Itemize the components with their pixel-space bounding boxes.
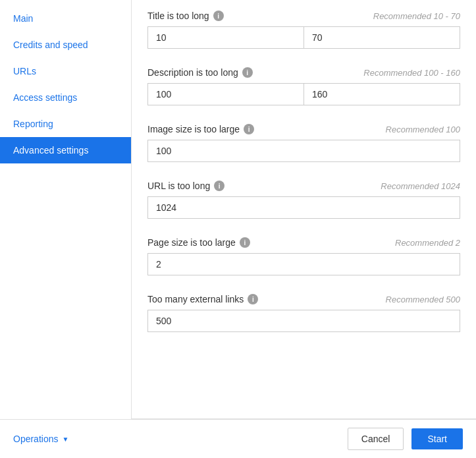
field-header-page-size-too-large: Page size is too largeiRecommended 2 [147,237,460,248]
field-header-url-too-long: URL is too longiRecommended 1024 [147,181,460,191]
field-input-min-title-too-long[interactable] [147,26,304,49]
field-header-image-size-too-large: Image size is too largeiRecommended 100 [147,124,460,134]
main-content: Title is too longiRecommended 10 - 70Des… [132,0,476,419]
field-label-page-size-too-large: Page size is too largei [147,237,250,248]
field-recommended-title-too-long: Recommended 10 - 70 [373,11,460,21]
field-group-title-too-long: Title is too longiRecommended 10 - 70 [147,11,460,49]
field-input-too-many-external-links[interactable] [147,310,460,332]
field-input-min-description-too-long[interactable] [147,83,304,105]
field-recommended-page-size-too-large: Recommended 2 [395,238,460,248]
info-icon-page-size-too-large: i [240,237,250,248]
field-input-max-title-too-long[interactable] [304,26,460,49]
field-group-image-size-too-large: Image size is too largeiRecommended 100 [147,124,460,162]
info-icon-image-size-too-large: i [244,124,254,134]
info-icon-title-too-long: i [213,11,224,21]
operations-label: Operations [13,434,58,444]
operations-button[interactable]: Operations ▼ [13,434,68,444]
field-group-page-size-too-large: Page size is too largeiRecommended 2 [147,237,460,275]
field-group-too-many-external-links: Too many external linksiRecommended 500 [147,294,460,332]
field-input-page-size-too-large[interactable] [147,253,460,275]
sidebar-item-urls[interactable]: URLs [0,58,131,84]
info-icon-description-too-long: i [242,67,253,78]
sidebar-item-access-settings[interactable]: Access settings [0,84,131,111]
field-input-image-size-too-large[interactable] [147,140,460,162]
field-input-max-description-too-long[interactable] [304,83,460,105]
field-input-url-too-long[interactable] [147,196,460,219]
footer-left: Operations ▼ [13,434,68,444]
field-group-description-too-long: Description is too longiRecommended 100 … [147,67,460,105]
field-recommended-description-too-long: Recommended 100 - 160 [363,68,460,78]
cancel-button[interactable]: Cancel [348,428,404,450]
field-inputs-description-too-long [147,83,460,105]
field-group-url-too-long: URL is too longiRecommended 1024 [147,181,460,219]
sidebar: MainCredits and speedURLsAccess settings… [0,0,132,419]
info-icon-too-many-external-links: i [248,294,258,304]
sidebar-item-main[interactable]: Main [0,5,131,32]
info-icon-url-too-long: i [214,181,225,191]
field-label-description-too-long: Description is too longi [147,67,253,78]
field-header-description-too-long: Description is too longiRecommended 100 … [147,67,460,78]
field-recommended-url-too-long: Recommended 1024 [381,181,460,191]
field-header-title-too-long: Title is too longiRecommended 10 - 70 [147,11,460,21]
sidebar-item-reporting[interactable]: Reporting [0,111,131,137]
chevron-down-icon: ▼ [62,436,68,443]
field-label-too-many-external-links: Too many external linksi [147,294,258,304]
field-header-too-many-external-links: Too many external linksiRecommended 500 [147,294,460,304]
field-label-image-size-too-large: Image size is too largei [147,124,254,134]
field-inputs-title-too-long [147,26,460,49]
start-button[interactable]: Start [411,428,463,449]
field-label-title-too-long: Title is too longi [147,11,224,21]
sidebar-item-advanced-settings[interactable]: Advanced settings [0,137,131,163]
field-recommended-too-many-external-links: Recommended 500 [386,295,460,304]
field-label-url-too-long: URL is too longi [147,181,225,191]
sidebar-nav: MainCredits and speedURLsAccess settings… [0,0,131,419]
field-recommended-image-size-too-large: Recommended 100 [386,125,460,134]
footer-right: Cancel Start [348,428,463,450]
footer: Operations ▼ Cancel Start [0,419,476,458]
sidebar-item-credits-and-speed[interactable]: Credits and speed [0,32,131,58]
